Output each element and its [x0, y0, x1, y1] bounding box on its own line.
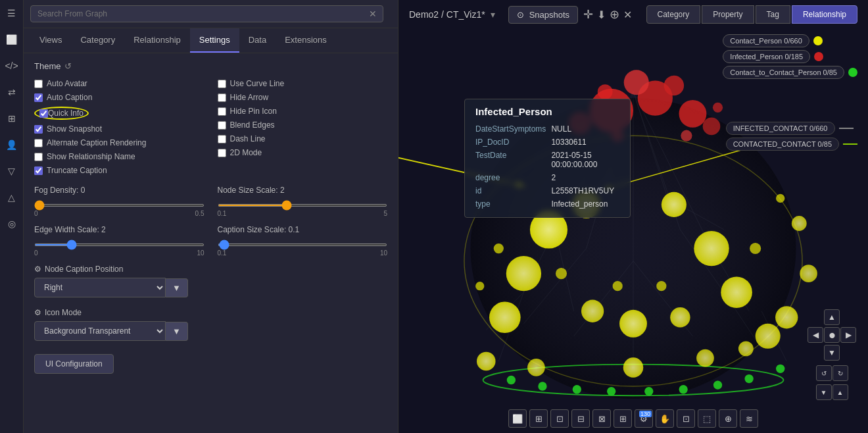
table-row: TestDate 2021-05-15 00:00:00.000: [475, 149, 619, 171]
ui-configuration-button[interactable]: UI Configuration: [34, 354, 114, 374]
svg-point-45: [477, 352, 496, 371]
toolbar-btn-9[interactable]: ⊡: [677, 409, 695, 428]
chevron-down-icon[interactable]: ▾: [491, 9, 495, 20]
nav-left-btn[interactable]: ◀: [808, 327, 823, 343]
tab-views[interactable]: Views: [30, 28, 71, 53]
theme-label: Theme: [34, 61, 60, 71]
svg-point-39: [694, 231, 729, 266]
node-caption-select[interactable]: Right Left Top Bottom: [34, 278, 166, 297]
filter-icon[interactable]: ▽: [4, 163, 20, 179]
snapshot-icon: ⊙: [517, 10, 524, 20]
node-size-scale-slider[interactable]: [218, 204, 388, 207]
toolbar-btn-11[interactable]: ⊕: [719, 409, 737, 428]
slider-row-2: Edge Width Scale: 2 0 10 Caption Size Sc…: [34, 225, 387, 257]
move-icon[interactable]: ✛: [583, 7, 593, 22]
legend-dot-infected-person: [814, 52, 823, 61]
tab-settings[interactable]: Settings: [190, 28, 239, 53]
toolbar-btn-5[interactable]: ⊠: [592, 409, 611, 428]
checkbox-2d-mode[interactable]: 2D Mode: [218, 148, 388, 157]
add-icon[interactable]: ⊕: [610, 7, 619, 22]
zoom-in-btn[interactable]: ▲: [832, 384, 848, 400]
checkbox-truncate-caption[interactable]: Truncate Caption: [34, 166, 205, 175]
toolbar-btn-7[interactable]: 130 ⚙: [635, 409, 653, 428]
legend-item-contact-person: Contact_Person 0/660: [723, 34, 857, 47]
search-input[interactable]: [30, 5, 383, 22]
toolbar-btn-2[interactable]: ⊞: [529, 409, 548, 428]
tab-data[interactable]: Data: [239, 28, 276, 53]
checkbox-show-relationship-name[interactable]: Show Relationship Name: [34, 152, 205, 161]
globe-icon[interactable]: ◎: [4, 216, 20, 232]
checkbox-hide-pin-icon[interactable]: Hide Pin Icon: [218, 107, 388, 116]
grid-icon[interactable]: ⊞: [4, 111, 20, 126]
toolbar-btn-4[interactable]: ⊟: [571, 409, 590, 428]
checkbox-hide-arrow[interactable]: Hide Arrow: [218, 93, 388, 102]
user-icon[interactable]: 👤: [4, 137, 20, 153]
caption-size-scale-slider[interactable]: [218, 243, 388, 246]
zoom-out-btn[interactable]: ▼: [816, 384, 832, 400]
svg-line-12: [711, 249, 749, 311]
fog-density-slider[interactable]: [34, 204, 205, 207]
checkbox-use-curve-line[interactable]: Use Curve Line: [218, 79, 388, 88]
checkbox-dash-line[interactable]: Dash Line: [218, 134, 388, 143]
node-caption-icon: ⚙: [34, 265, 41, 274]
toolbar-btn-10[interactable]: ⬚: [698, 409, 716, 428]
snapshots-button[interactable]: ⊙ Snapshots: [508, 6, 578, 24]
legend2-line-infected-contact: [839, 128, 854, 129]
cat-tab-property[interactable]: Property: [702, 5, 754, 24]
tab-category[interactable]: Category: [71, 28, 124, 53]
svg-point-46: [527, 359, 545, 376]
icon-mode-section: ⚙ Icon Mode Background Transparent Solid…: [34, 308, 387, 341]
nav-right-btn[interactable]: ▶: [840, 327, 856, 343]
nav-down-btn[interactable]: ▼: [824, 345, 840, 361]
download-icon[interactable]: ⬇: [597, 9, 606, 21]
svg-point-42: [619, 310, 647, 338]
legend-item-infected-person: Infected_Person 0/185: [723, 50, 857, 63]
home-icon[interactable]: ⬜: [4, 32, 20, 47]
toolbar-btn-3[interactable]: ⊡: [550, 409, 569, 428]
tab-extensions[interactable]: Extensions: [276, 28, 336, 53]
menu-icon[interactable]: ☰: [4, 5, 20, 21]
graph-title: Demo2 / CT_Viz1* ▾: [409, 9, 495, 20]
cat-tab-tag[interactable]: Tag: [756, 5, 790, 24]
refresh-icon[interactable]: ↺: [64, 61, 72, 71]
cat-tab-category[interactable]: Category: [646, 5, 701, 24]
search-clear-icon[interactable]: ✕: [369, 9, 377, 19]
checkbox-quick-info[interactable]: Quick Info: [34, 107, 205, 120]
svg-line-15: [633, 261, 692, 336]
icon-mode-select[interactable]: Background Transparent Solid None: [34, 321, 166, 341]
toolbar-btn-8[interactable]: ✋: [656, 409, 674, 428]
toolbar-btn-1[interactable]: ⬜: [508, 409, 527, 428]
toolbar-btn-12[interactable]: ≋: [740, 409, 758, 428]
icon-mode-icon: ⚙: [34, 308, 41, 317]
close-icon[interactable]: ✕: [623, 9, 632, 21]
nav-up-btn[interactable]: ▲: [824, 309, 840, 325]
checkbox-alternate-caption[interactable]: Alternate Caption Rendering: [34, 138, 205, 147]
svg-line-17: [498, 292, 523, 361]
legend-label-contact-to-contact: Contact_to_Contact_Person 0/85: [723, 66, 844, 79]
edge-width-scale-slider[interactable]: [34, 243, 205, 246]
svg-point-52: [792, 216, 807, 231]
toolbar-btn-6[interactable]: ⊞: [614, 409, 632, 428]
cat-tab-relationship[interactable]: Relationship: [792, 5, 857, 24]
transfer-icon[interactable]: ⇄: [4, 84, 20, 100]
svg-point-21: [483, 365, 784, 396]
checkbox-blend-edges[interactable]: Blend Edges: [218, 120, 388, 130]
node-caption-arrow[interactable]: ▼: [166, 278, 188, 297]
nav-center-btn[interactable]: ⬤: [824, 327, 840, 343]
svg-line-18: [486, 292, 523, 330]
tab-relationship[interactable]: Relationship: [124, 28, 190, 53]
svg-line-5: [633, 92, 680, 230]
checkbox-auto-caption[interactable]: Auto Caption: [34, 93, 205, 102]
icon-mode-select-row: Background Transparent Solid None ▼: [34, 321, 387, 341]
rotate-left-btn[interactable]: ↺: [816, 365, 832, 381]
checkbox-auto-avatar[interactable]: Auto Avatar: [34, 79, 205, 88]
icon-mode-arrow[interactable]: ▼: [166, 322, 188, 341]
svg-point-63: [607, 387, 615, 395]
tabs-bar: Views Category Relationship Settings Dat…: [24, 28, 398, 53]
layout-icon[interactable]: △: [4, 190, 20, 205]
svg-point-49: [738, 341, 754, 356]
caption-size-scale-group: Caption Size Scale: 0.1 0.1 10: [218, 225, 388, 257]
rotate-right-btn[interactable]: ↻: [832, 365, 848, 381]
checkbox-show-snapshot[interactable]: Show Snapshot: [34, 124, 205, 134]
code-icon[interactable]: </>: [4, 58, 20, 74]
